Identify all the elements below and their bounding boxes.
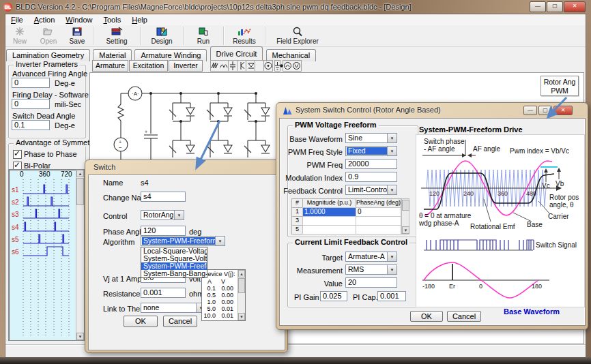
device-scrollbar[interactable]: ▲ ▼ [237,270,245,320]
chevron-down-icon[interactable] [215,237,225,245]
measurement-combobox[interactable]: RMS [345,264,397,275]
phaseang-cell[interactable]: 0 [356,207,401,217]
tick-er: Er [449,283,455,290]
pi-cap-field[interactable]: 0.001 [377,291,406,301]
menu-help[interactable]: Help [126,15,153,25]
algorithm-option[interactable]: System-Square-Voltage [141,255,207,262]
magnitude-cell[interactable] [302,225,356,234]
scroll-down-icon[interactable]: ▼ [76,333,84,340]
diode-icon[interactable] [248,63,254,68]
firing-delay-unit: mili-Sec [55,100,81,108]
field-explorer-button[interactable]: Field Explorer [267,25,328,46]
switch-dead-angle-field[interactable]: 0.1 [12,120,50,130]
col-a: A [203,278,216,285]
system-switch-control-dialog: System Switch Control (Rotor Angle Based… [276,102,588,330]
phase-angle-field[interactable]: 120 [141,226,186,236]
transistor-icon[interactable] [241,62,244,70]
target-combobox[interactable]: Armature-A [345,252,397,262]
chevron-down-icon[interactable] [387,134,397,142]
chevron-down-icon[interactable] [387,252,397,261]
chevron-down-icon[interactable] [387,147,397,155]
desktop: DL BLDC Version 4.2 - C:\Program Files\M… [0,0,591,364]
scroll-thumb[interactable] [76,178,84,205]
table-scrollbar[interactable]: ▼ [401,198,409,234]
resistance-field[interactable]: 0.001 [141,288,186,298]
subtab-inverter[interactable]: Inverter [169,60,203,72]
subtab-excitation[interactable]: Excitation [129,60,168,72]
pwm-freq-field[interactable]: 20000 [345,159,397,169]
capacitor-icon[interactable] [230,61,235,70]
setting-button[interactable]: Setting [95,25,139,46]
algorithm-dropdown-list: Local-Square-Voltage System-Square-Volta… [141,247,207,278]
design-button[interactable]: Design [142,25,182,46]
value-field[interactable]: 20 [345,277,397,288]
target-label: Target [276,254,343,262]
system-cancel-button[interactable]: Cancel [447,311,481,322]
main-tabs: Lamination Geometry Material Armature Wi… [5,46,586,59]
modulation-index-field[interactable]: 0.9 [345,172,397,182]
base-waveform-combobox[interactable]: Sine [345,133,397,143]
voltmeter-icon[interactable] [293,63,300,70]
phaseang-cell[interactable] [356,216,401,226]
algorithm-option-selected[interactable]: System-PWM-Freeform [141,262,207,270]
scroll-thumb[interactable] [402,200,409,211]
pwm-freq-style-combobox[interactable]: Fixed [345,146,397,156]
node-dot-icon[interactable] [280,65,283,67]
algorithm-option[interactable]: Local-Square-Voltage [141,247,207,255]
menu-action[interactable]: Action [29,15,61,25]
menu-file[interactable]: File [5,15,29,25]
change-name-field[interactable]: s4 [141,192,186,202]
row-num: 1 [291,207,303,217]
ground-icon[interactable] [275,62,280,70]
scroll-up-icon[interactable]: ▲ [238,270,245,277]
switch-cancel-button[interactable]: Cancel [163,316,197,327]
name-value: s4 [141,179,149,187]
algorithm-combobox[interactable]: System-PWM-Freeform [141,236,225,246]
timing-scrollbar[interactable]: ▲ ▼ [76,170,84,340]
menu-tools[interactable]: Tools [98,15,126,25]
minimize-icon[interactable]: — [530,1,546,12]
algorithm-option[interactable]: System-Bang-Bang-Current [141,270,207,277]
sine-wave-icon[interactable] [220,65,227,67]
scroll-down-icon[interactable]: ▼ [402,226,409,234]
system-ok-button[interactable]: OK [410,311,443,322]
switch-ok-button[interactable]: OK [124,316,158,327]
scroll-up-icon[interactable]: ▲ [76,170,84,177]
scroll-thumb[interactable] [238,278,245,293]
scroll-down-icon[interactable]: ▼ [238,313,245,320]
maximize-icon[interactable]: ▢ [547,1,563,12]
run-button[interactable]: Run [185,25,222,46]
chevron-down-icon[interactable] [387,265,397,274]
pi-gain-field[interactable]: 0.025 [320,291,347,301]
tab-drive-circuit[interactable]: Drive Circuit [210,46,263,60]
device-vj-listbox[interactable]: Device V(j): AV 0.10.00 0.50.00 1.00.00 … [201,269,246,321]
feedback-control-combobox[interactable]: Limit-Control [345,185,397,195]
rotor-pos-label1: Rotor pos [549,194,579,201]
advanced-firing-angle-unit: Deg-e [55,79,75,87]
phaseang-cell[interactable] [356,225,401,234]
phase-to-phase-checkbox[interactable] [13,150,22,159]
current-source-icon[interactable] [265,63,272,70]
close-icon[interactable]: ✕ [553,106,573,115]
minimize-icon[interactable]: — [523,106,537,115]
system-dialog-title: System Switch Control (Rotor Angle Based… [296,106,441,114]
firing-delay-field[interactable]: 0 [12,99,50,109]
close-icon[interactable]: ✕ [564,1,586,12]
menu-window[interactable]: Window [60,15,98,25]
magnitude-cell-selected[interactable]: 1.0000 [302,207,356,217]
control-combobox[interactable]: RotorAng [141,210,184,220]
link-to-thermal-combobox[interactable]: none [141,303,206,313]
advanced-firing-angle-field[interactable]: 0 [12,78,50,88]
ammeter-icon[interactable] [285,63,291,70]
chevron-down-icon[interactable] [387,185,397,194]
save-button[interactable]: Save [63,25,91,46]
carrier-label: Carrier [548,213,569,220]
magnitude-cell[interactable] [302,216,356,226]
subtab-armature[interactable]: Armature [92,60,128,72]
maximize-icon[interactable]: ▢ [538,106,552,115]
chevron-down-icon[interactable] [174,211,184,219]
rotor-ang-pwm-button[interactable]: Rotor Ang PWM [540,76,579,96]
sawtooth-wave-icon[interactable] [212,63,218,68]
results-button[interactable]: Results [225,25,263,46]
group-title: Inverter Prameters [14,60,80,68]
